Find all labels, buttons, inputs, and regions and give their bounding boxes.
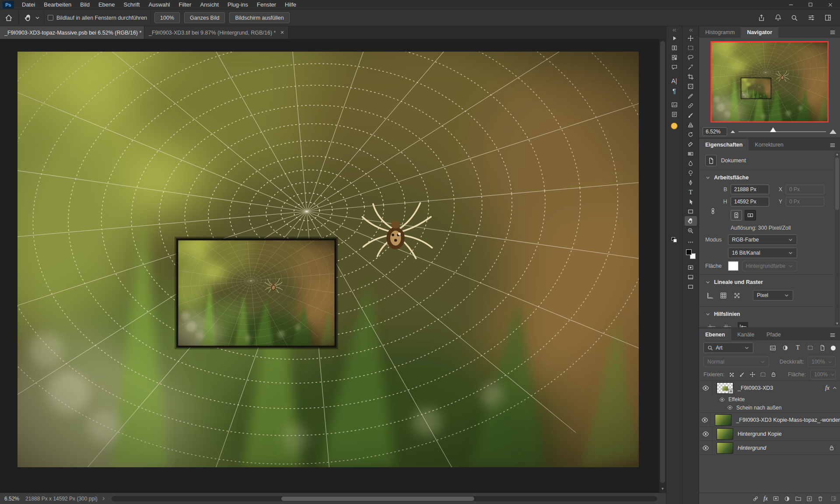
new-layer-icon[interactable] bbox=[806, 496, 812, 502]
filter-adjustment-layers-icon[interactable] bbox=[781, 345, 790, 351]
checkbox-box[interactable] bbox=[48, 15, 53, 21]
lock-pixels-icon[interactable] bbox=[739, 371, 745, 378]
canvas-image-spiderweb[interactable] bbox=[18, 52, 639, 467]
section-arbeitsflaeche[interactable]: Arbeitsfläche bbox=[705, 172, 834, 183]
menu-datei[interactable]: Datei bbox=[18, 0, 39, 10]
canvas-workspace[interactable] bbox=[0, 39, 659, 493]
orientation-landscape-button[interactable] bbox=[745, 210, 756, 220]
layer-row[interactable]: Hintergrund Kopie bbox=[699, 427, 840, 441]
quick-mask-mode-icon[interactable] bbox=[685, 262, 697, 272]
layer-thumbnail[interactable] bbox=[717, 428, 733, 440]
lasso-tool[interactable] bbox=[685, 52, 697, 62]
move-tool[interactable] bbox=[685, 33, 697, 43]
fill-screen-button[interactable]: Bildschirm ausfüllen bbox=[229, 12, 289, 23]
layer-filter-type-select[interactable]: Art bbox=[704, 343, 753, 353]
new-adjustment-layer-icon[interactable] bbox=[784, 496, 790, 502]
home-button[interactable] bbox=[3, 12, 15, 24]
scroll-all-windows-checkbox[interactable]: Bildlauf in allen Fenstern durchführen bbox=[48, 15, 147, 21]
status-popup-chevron-icon[interactable] bbox=[101, 496, 106, 501]
edit-toolbar-icon[interactable] bbox=[685, 237, 697, 247]
paragraph-panel-icon[interactable]: ¶ bbox=[668, 86, 680, 95]
zoom-slider-thumb[interactable] bbox=[770, 127, 776, 132]
outer-glow-effect-row[interactable]: Schein nach außen bbox=[699, 404, 840, 413]
close-tab-icon[interactable]: ✕ bbox=[280, 30, 284, 35]
fit-on-screen-button[interactable]: Ganzes Bild bbox=[184, 12, 225, 23]
filter-pixel-layers-icon[interactable] bbox=[769, 345, 777, 351]
guides-option-1-icon[interactable] bbox=[706, 322, 717, 327]
shape-tool[interactable] bbox=[685, 206, 697, 216]
guides-option-3-icon[interactable] bbox=[738, 322, 748, 327]
layer-visibility-eye-icon[interactable] bbox=[699, 381, 712, 395]
lock-position-icon[interactable] bbox=[749, 371, 756, 378]
tab-eigenschaften[interactable]: Eigenschaften bbox=[699, 139, 749, 150]
hand-tool-icon[interactable] bbox=[22, 12, 35, 24]
notifications-bell-icon[interactable] bbox=[772, 12, 784, 24]
frame-tool[interactable] bbox=[685, 81, 697, 91]
marquee-tool[interactable] bbox=[685, 43, 697, 52]
units-select[interactable]: Pixel bbox=[753, 290, 793, 301]
foreground-background-color-swatches[interactable] bbox=[686, 249, 696, 259]
tab-navigator[interactable]: Navigator bbox=[741, 27, 778, 38]
tab-kanaele[interactable]: Kanäle bbox=[731, 329, 760, 340]
expand-toolbox-icon[interactable] bbox=[682, 27, 699, 33]
filter-smart-objects-icon[interactable] bbox=[819, 345, 827, 351]
layer-thumbnail[interactable]: ▤ bbox=[717, 382, 733, 394]
navigator-zoom-slider[interactable] bbox=[738, 131, 826, 132]
vertical-scrollbar-thumb[interactable] bbox=[660, 41, 665, 483]
document-tab-inactive[interactable]: _F9I0903-XD3.tif bei 9.87% (Hintergrund,… bbox=[144, 26, 289, 39]
orientation-portrait-button[interactable] bbox=[731, 210, 742, 220]
layer-effects-icon[interactable]: fx bbox=[763, 495, 768, 502]
scrollbar-down-arrow[interactable]: ▾ bbox=[659, 486, 666, 491]
comments-panel-icon[interactable] bbox=[668, 62, 680, 72]
delete-layer-icon[interactable] bbox=[817, 496, 823, 502]
rulers-icon[interactable] bbox=[706, 292, 714, 299]
minimize-button[interactable] bbox=[781, 0, 801, 10]
section-hilfslinien[interactable]: Hilfslinien bbox=[705, 308, 834, 320]
panel-menu-icon[interactable] bbox=[830, 142, 840, 150]
object-selection-tool[interactable] bbox=[685, 62, 697, 72]
horizontal-scrollbar-thumb[interactable] bbox=[281, 497, 474, 501]
status-zoom-level[interactable]: 6.52% bbox=[4, 496, 19, 502]
layer-fx-badge[interactable]: fx bbox=[825, 385, 830, 392]
new-group-icon[interactable] bbox=[795, 495, 802, 502]
zoom-in-icon[interactable] bbox=[830, 130, 836, 134]
add-layer-mask-icon[interactable] bbox=[773, 495, 779, 502]
navigator-preview[interactable] bbox=[711, 42, 828, 122]
link-layers-icon[interactable] bbox=[751, 494, 760, 503]
menu-filter[interactable]: Filter bbox=[175, 0, 196, 10]
hand-tool-preset-chevron[interactable] bbox=[35, 15, 40, 21]
color-mode-select[interactable]: RGB-Farbe bbox=[728, 234, 797, 245]
filter-shape-layers-icon[interactable] bbox=[806, 345, 815, 351]
lock-artboard-icon[interactable] bbox=[760, 371, 766, 378]
share-icon[interactable] bbox=[755, 12, 767, 24]
full-screen-mode-icon[interactable] bbox=[685, 282, 697, 291]
layer-row[interactable]: ▤ _F9I0903-XD3 fx bbox=[699, 381, 840, 395]
collapse-effects-icon[interactable] bbox=[831, 385, 838, 391]
brush-tool[interactable] bbox=[685, 110, 697, 120]
layer-visibility-eye-icon[interactable] bbox=[699, 413, 710, 427]
properties-scrollbar[interactable]: ▲▼ bbox=[835, 152, 840, 326]
character-panel-icon[interactable]: A| bbox=[668, 76, 680, 86]
zoom-out-icon[interactable] bbox=[731, 130, 735, 133]
workspace-switcher-icon[interactable] bbox=[822, 12, 834, 24]
tool-presets-panel-icon[interactable] bbox=[668, 43, 680, 52]
actions-panel-icon[interactable] bbox=[668, 33, 680, 43]
canvas-fill-color-swatch[interactable] bbox=[728, 261, 738, 271]
layer-visibility-eye-icon[interactable] bbox=[699, 427, 712, 441]
menu-hilfe[interactable]: Hilfe bbox=[280, 0, 301, 10]
menu-fenster[interactable]: Fenster bbox=[252, 0, 280, 10]
settings-sliders-icon[interactable] bbox=[805, 12, 817, 24]
blur-tool[interactable] bbox=[685, 158, 697, 168]
lock-transparency-icon[interactable] bbox=[729, 372, 735, 378]
zoom-100-button[interactable]: 100% bbox=[154, 12, 180, 23]
menu-plugins[interactable]: Plug-ins bbox=[223, 0, 252, 10]
maximize-button[interactable] bbox=[801, 0, 820, 10]
vertical-scrollbar[interactable]: ▾ bbox=[659, 39, 666, 493]
crop-tool[interactable] bbox=[685, 72, 697, 81]
layer-row[interactable]: _F9I0903-XD3 Kopie-Mass-topaz_-wonder bbox=[699, 413, 840, 427]
healing-brush-tool[interactable] bbox=[685, 101, 697, 110]
foreground-color-swatch[interactable] bbox=[686, 249, 692, 255]
zoom-tool[interactable] bbox=[685, 226, 697, 235]
tab-korrekturen[interactable]: Korrekturen bbox=[749, 139, 789, 150]
panel-menu-icon[interactable] bbox=[830, 332, 840, 340]
